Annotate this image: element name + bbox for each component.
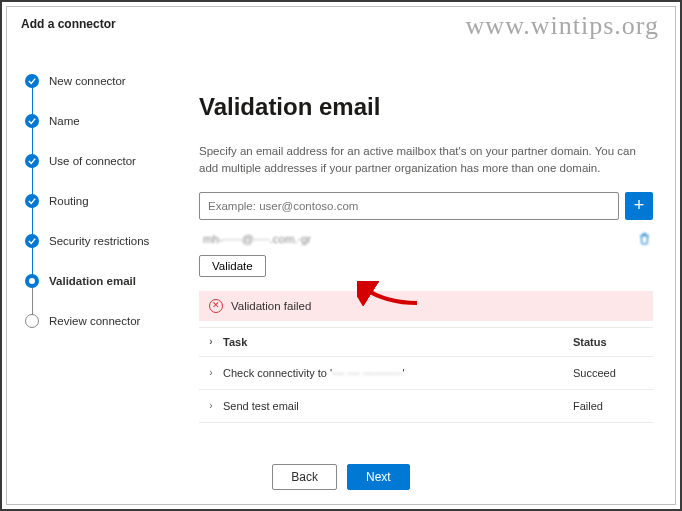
step-label: Name (49, 115, 80, 127)
dialog-title: Add a connector (7, 7, 675, 39)
chevron-right-icon[interactable]: › (199, 367, 223, 378)
entered-email: mh-······@·····.com.·gr (203, 233, 311, 245)
delete-icon[interactable] (638, 232, 651, 247)
task-cell: Send test email (223, 400, 573, 412)
step-name[interactable]: Name (25, 101, 179, 141)
error-icon: ✕ (209, 299, 223, 313)
step-use-of-connector[interactable]: Use of connector (25, 141, 179, 181)
check-icon (25, 154, 39, 168)
back-button[interactable]: Back (272, 464, 337, 490)
email-entry-row: mh-······@·····.com.·gr (199, 230, 653, 255)
step-label: Security restrictions (49, 235, 149, 247)
validate-button[interactable]: Validate (199, 255, 266, 277)
status-cell: Failed (573, 400, 653, 412)
step-validation-email[interactable]: Validation email (25, 261, 179, 301)
next-button[interactable]: Next (347, 464, 410, 490)
error-text: Validation failed (231, 300, 311, 312)
col-task: Task (223, 336, 573, 348)
page-title: Validation email (199, 93, 653, 121)
check-icon (25, 234, 39, 248)
task-cell: Check connectivity to '···· ···· ·······… (223, 367, 573, 379)
step-new-connector[interactable]: New connector (25, 61, 179, 101)
chevron-right-icon[interactable]: › (199, 400, 223, 411)
task-table-header: › Task Status (199, 327, 653, 357)
step-label: Review connector (49, 315, 140, 327)
task-row: › Check connectivity to '···· ···· ·····… (199, 357, 653, 390)
validation-error-bar: ✕ Validation failed (199, 291, 653, 321)
current-step-icon (25, 274, 39, 288)
task-row: › Send test email Failed (199, 390, 653, 423)
step-label: New connector (49, 75, 126, 87)
step-label: Use of connector (49, 155, 136, 167)
col-status: Status (573, 336, 653, 348)
step-review-connector[interactable]: Review connector (25, 301, 179, 341)
expand-all-icon[interactable]: › (199, 336, 223, 348)
page-description: Specify an email address for an active m… (199, 143, 653, 178)
check-icon (25, 74, 39, 88)
dialog-footer: Back Next (7, 458, 675, 496)
future-step-icon (25, 314, 39, 328)
main-panel: Validation email Specify an email addres… (187, 39, 675, 456)
check-icon (25, 194, 39, 208)
check-icon (25, 114, 39, 128)
add-button[interactable]: + (625, 192, 653, 220)
email-input[interactable] (199, 192, 619, 220)
step-routing[interactable]: Routing (25, 181, 179, 221)
status-cell: Succeed (573, 367, 653, 379)
step-label: Validation email (49, 275, 136, 287)
step-security-restrictions[interactable]: Security restrictions (25, 221, 179, 261)
wizard-steps: New connector Name Use of connector Rout… (7, 39, 187, 456)
plus-icon: + (634, 195, 645, 216)
step-label: Routing (49, 195, 89, 207)
